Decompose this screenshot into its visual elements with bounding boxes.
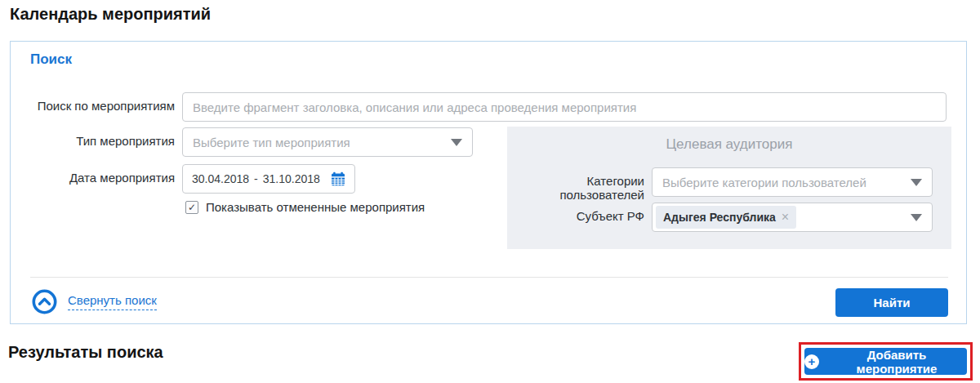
target-audience-title: Целевая аудитория	[507, 136, 951, 153]
add-event-label: Добавить мероприятие	[826, 348, 967, 376]
plus-icon: +	[804, 354, 819, 369]
user-categories-dropdown[interactable]: Выберите категории пользователей	[652, 167, 933, 197]
target-audience-panel: Целевая аудитория Категории пользователе…	[507, 127, 951, 249]
panel-divider	[30, 277, 948, 278]
chevron-down-icon	[451, 139, 462, 146]
remove-tag-icon[interactable]: ×	[782, 211, 789, 224]
collapse-search-link[interactable]: Свернуть поиск	[32, 289, 157, 314]
event-type-dropdown[interactable]: Выберите тип мероприятия	[182, 127, 473, 157]
search-input[interactable]	[182, 92, 947, 122]
show-cancelled-checkbox[interactable]: ✓	[185, 201, 198, 214]
region-label: Субъект РФ	[507, 209, 644, 223]
page-title: Календарь мероприятий	[10, 5, 211, 24]
show-cancelled-row: ✓ Показывать отмененные мероприятия	[185, 200, 425, 214]
add-event-button[interactable]: + Добавить мероприятие	[804, 348, 967, 375]
date-from-value: 30.04.2018	[192, 172, 249, 185]
show-cancelled-label: Показывать отмененные мероприятия	[206, 200, 425, 214]
find-button[interactable]: Найти	[835, 288, 948, 317]
calendar-glyph	[331, 171, 345, 186]
chevron-down-icon	[911, 214, 922, 221]
chevron-up-circle-icon	[32, 289, 57, 314]
query-label: Поиск по мероприятиям	[11, 99, 175, 113]
event-date-label: Дата мероприятия	[11, 171, 175, 185]
region-dropdown[interactable]: Адыгея Республика ×	[652, 203, 933, 232]
user-categories-label: Категории пользователей	[507, 174, 644, 202]
chevron-down-icon	[911, 179, 922, 186]
annotation-highlight-box: + Добавить мероприятие	[799, 342, 973, 381]
calendar-icon[interactable]	[331, 171, 345, 186]
date-separator: -	[254, 172, 258, 185]
region-tag-label: Адыгея Республика	[663, 211, 776, 224]
user-categories-placeholder: Выберите категории пользователей	[662, 176, 911, 189]
search-panel-title: Поиск	[30, 51, 72, 68]
region-tag: Адыгея Республика ×	[656, 206, 796, 229]
date-to-value: 31.10.2018	[263, 172, 320, 185]
search-panel: Поиск Поиск по мероприятиям Тип мероприя…	[10, 41, 967, 324]
event-type-label: Тип мероприятия	[11, 134, 175, 148]
results-title: Результаты поиска	[8, 343, 163, 362]
collapse-search-label: Свернуть поиск	[68, 293, 157, 310]
event-type-placeholder: Выберите тип мероприятия	[193, 136, 451, 149]
event-date-input[interactable]: 30.04.2018 - 31.10.2018	[182, 164, 355, 194]
